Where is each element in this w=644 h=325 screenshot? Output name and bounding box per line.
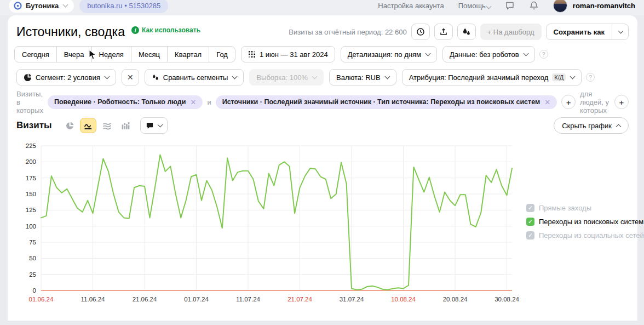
chart-type-pie-button[interactable] [61,118,78,133]
svg-text:200: 200 [26,158,36,165]
filter-chip-robots[interactable]: Поведение · Роботность: Только люди✕ [48,95,203,109]
detalization-dropdown[interactable]: Детализация: по дням [341,46,437,62]
and-label: и [207,98,211,106]
pie-segment-icon [24,73,32,82]
add-visit-condition-button[interactable]: + [561,95,576,109]
svg-text:21.06.24: 21.06.24 [133,296,157,303]
legend-item-1[interactable]: ✓Переходы из поисковых систем [526,218,644,226]
add-people-condition-button[interactable]: + [614,95,629,109]
clear-segment-button[interactable]: ✕ [122,69,139,85]
compare-segments-dropdown[interactable]: Сравнить сегменты [145,69,244,85]
chevron-down-icon [232,74,238,79]
save-as-menu-button[interactable] [612,24,628,39]
export-button[interactable] [434,24,453,40]
svg-text:11.07.24: 11.07.24 [236,296,261,303]
legend-label: Прямые заходы [539,204,591,212]
chevron-up-icon [616,124,622,129]
chevron-down-icon [312,74,318,79]
svg-text:10.08.24: 10.08.24 [391,296,416,303]
remove-chip-icon[interactable]: ✕ [190,98,196,106]
period-button-3[interactable]: Месяц [131,46,168,62]
metrica-widget-button[interactable] [457,24,476,40]
svg-text:175: 175 [26,175,36,181]
for-people-label: для людей, у которых [580,90,610,115]
chevron-down-icon [104,74,110,79]
chart-type-area-button[interactable] [99,118,115,133]
chart-metric-title: Визиты [16,120,51,131]
help-menu[interactable]: Помощь [458,2,491,10]
svg-text:100: 100 [26,223,36,230]
chevron-down-icon [63,2,68,8]
help-icon[interactable]: ? [539,50,548,59]
svg-text:01.07.24: 01.07.24 [184,296,209,303]
project-selector[interactable]: Бутоника [9,0,74,13]
legend-checkbox-icon[interactable]: ✓ [526,204,534,212]
hide-chart-button[interactable]: Скрыть график [554,117,629,134]
filter-chip-source-type[interactable]: Источники · Последний значимый источник … [216,95,557,109]
counter-pill[interactable]: butonika.ru • 51530285 [79,0,168,13]
stacked-area-icon [102,121,112,130]
svg-text:225: 225 [26,142,36,149]
calendar-grid-icon [248,50,256,58]
period-button-4[interactable]: Квартал [167,46,209,62]
bell-icon[interactable] [529,1,539,10]
chevron-down-icon [158,122,163,128]
to-dashboard-button[interactable]: + На дашборд [480,24,542,40]
project-name: Бутоника [26,2,59,10]
account-settings-link[interactable]: Настройка аккаунта [378,2,444,10]
how-to-use-link[interactable]: i Как использовать [131,26,200,34]
drops-icon [462,27,471,36]
remove-chip-icon[interactable]: ✕ [544,98,550,106]
legend-item-2[interactable]: ✓Переходы из социальных сетей [526,231,644,240]
segment-dropdown[interactable]: Сегмент: 2 условия [16,69,116,85]
sampling-dropdown[interactable]: Выборка: 100% [249,69,324,85]
chart-type-line-button[interactable] [80,118,96,133]
period-button-1[interactable]: Вчера [56,46,92,62]
mouse-cursor [89,49,99,60]
chart-type-bar-button[interactable] [117,118,134,133]
legend-checkbox-icon[interactable]: ✓ [526,231,534,240]
line-chart-icon [84,121,93,130]
user-name[interactable]: roman-romanvitch [573,2,635,10]
history-button[interactable] [411,24,430,40]
svg-text:30.08.24: 30.08.24 [495,296,519,303]
pie-chart-icon [65,121,74,130]
period-button-group: СегодняВчераНеделяМесяцКварталГод [14,46,235,62]
svg-text:150: 150 [26,191,36,197]
compare-drops-icon [152,73,159,81]
annotations-button[interactable] [140,117,168,134]
legend-label: Переходы из социальных сетей [539,231,644,240]
chevron-down-icon [570,74,576,79]
svg-text:20.08.24: 20.08.24 [443,296,468,303]
bar-chart-icon [121,121,130,130]
chevron-down-icon [426,51,431,56]
svg-text:50: 50 [29,255,36,261]
currency-dropdown[interactable]: Валюта: RUB [329,69,396,85]
report-card: Источники, сводка i Как использовать Виз… [8,15,637,321]
data-mode-dropdown[interactable]: Данные: без роботов [442,46,535,62]
visits-total: Визиты за отчётный период: 22 600 [289,28,406,36]
attribution-dropdown[interactable]: Атрибуция: Последний значимый переход К/… [402,69,582,85]
legend-item-0[interactable]: ✓Прямые заходы [526,204,644,212]
avatar[interactable] [553,0,567,13]
legend-checkbox-icon[interactable]: ✓ [526,218,534,226]
chevron-down-icon [523,51,528,56]
save-as-button[interactable]: Сохранить как [547,24,612,39]
export-icon [439,27,448,36]
clock-icon [416,27,425,36]
svg-text:25: 25 [29,271,36,278]
save-as-split-button: Сохранить как [546,24,629,40]
svg-text:01.06.24: 01.06.24 [29,296,54,303]
period-button-5[interactable]: Год [209,46,235,62]
period-button-0[interactable]: Сегодня [14,46,57,62]
chevron-down-icon [618,28,624,34]
metrica-logo-icon [14,2,22,10]
help-icon[interactable]: ? [586,73,595,82]
top-bar: Бутоника butonika.ru • 51530285 Настройк… [0,0,644,15]
info-icon: i [131,26,139,34]
chat-icon[interactable] [505,1,515,10]
date-range-button[interactable]: 1 июн — 31 авг 2024 [241,46,335,62]
svg-text:21.07.24: 21.07.24 [288,296,312,303]
svg-text:75: 75 [29,239,36,246]
chevron-down-icon [384,74,390,79]
